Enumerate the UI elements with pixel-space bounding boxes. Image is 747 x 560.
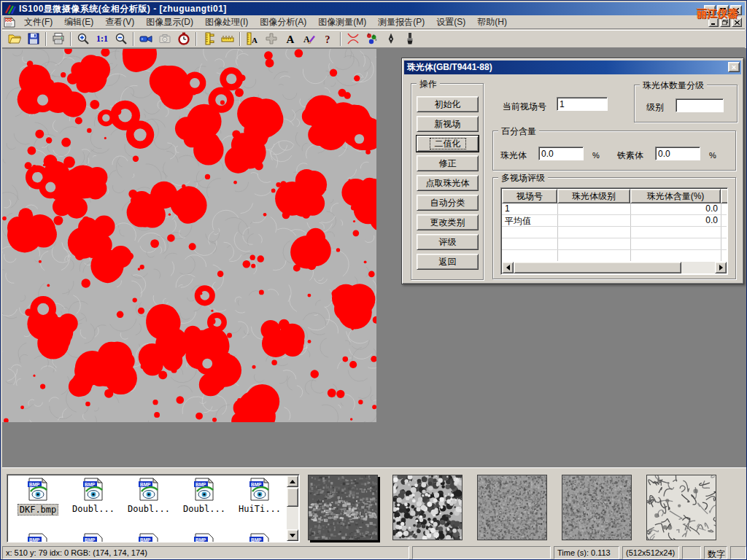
- video-camera-button[interactable]: [136, 31, 155, 47]
- menu-item-image-measure[interactable]: 图像测量(M): [312, 15, 372, 30]
- horizontal-ruler-button[interactable]: [218, 31, 237, 47]
- col-field-no[interactable]: 视场号: [502, 189, 557, 203]
- file-item[interactable]: BMP: [233, 533, 286, 542]
- child-restore-button[interactable]: [720, 18, 730, 27]
- close-button[interactable]: [730, 5, 742, 15]
- change-class-button[interactable]: 更改类别: [417, 214, 479, 230]
- ferrite-percent-sign: %: [709, 151, 716, 160]
- menu-item-settings[interactable]: 设置(S): [430, 15, 471, 30]
- timer-button[interactable]: [174, 31, 193, 47]
- child-close-button[interactable]: [732, 18, 742, 27]
- multi-field-table[interactable]: 视场号 珠光体级别 珠光体含量(%) 铁素体 1 0.0: [500, 187, 728, 275]
- thumbnail-3[interactable]: [477, 475, 547, 540]
- dialog-title-bar[interactable]: 珠光体(GB/T9441-88) ×: [404, 61, 741, 74]
- grade-button[interactable]: 评级: [417, 234, 479, 250]
- menu-item-measure-report[interactable]: 测量报告(P): [372, 15, 430, 30]
- file-name[interactable]: HuiTi...: [237, 504, 282, 514]
- maximize-button[interactable]: [717, 5, 729, 15]
- svg-text:BMP: BMP: [140, 482, 151, 487]
- horizontal-ruler-icon: [221, 32, 234, 45]
- svg-text:3: 3: [375, 38, 377, 42]
- binarize-button[interactable]: 二值化: [417, 136, 479, 152]
- file-item[interactable]: BMP Doubl...: [67, 478, 120, 514]
- file-item[interactable]: BMP: [12, 533, 64, 542]
- toolbar-separator: [133, 32, 134, 46]
- toolbar-separator: [196, 32, 197, 46]
- zoom-actual-button[interactable]: 1:1: [93, 31, 112, 47]
- col-pearlite-grade[interactable]: 珠光体级别: [557, 189, 630, 203]
- grade-input[interactable]: [676, 98, 724, 112]
- metallograph-image[interactable]: [2, 49, 376, 422]
- pen-tool-button[interactable]: [382, 31, 400, 47]
- col-pearlite-content[interactable]: 珠光体含量(%): [630, 189, 721, 203]
- help-button[interactable]: ?: [319, 31, 338, 47]
- status-empty-panel: [730, 546, 746, 559]
- table-row: [502, 250, 727, 261]
- file-item[interactable]: BMP: [123, 533, 175, 542]
- pearlite-percent-sign: %: [592, 151, 600, 160]
- menu-item-file[interactable]: 文件(F): [18, 15, 58, 30]
- file-item[interactable]: BMP: [67, 533, 120, 542]
- toolbar-separator: [239, 32, 241, 46]
- dialog-close-icon[interactable]: ×: [728, 62, 740, 72]
- menu-item-image-processing[interactable]: 图像处理(I): [199, 15, 254, 30]
- move-cross-button[interactable]: [262, 31, 281, 47]
- thumbnail-5[interactable]: [646, 475, 716, 540]
- scroll-down-icon[interactable]: [287, 529, 298, 541]
- menu-item-view[interactable]: 查看(V): [99, 15, 140, 30]
- file-item[interactable]: BMP Doubl...: [178, 478, 231, 514]
- svg-text:BMP: BMP: [196, 482, 206, 487]
- menu-item-edit[interactable]: 编辑(E): [58, 15, 99, 30]
- file-item[interactable]: BMP DKF.bmp: [12, 478, 64, 516]
- menu-item-image-display[interactable]: 图像显示(D): [140, 15, 199, 30]
- pick-pearlite-button[interactable]: 点取珠光体: [417, 175, 479, 191]
- scrollbar-thumb[interactable]: [514, 262, 681, 273]
- child-minimize-button[interactable]: [708, 18, 719, 27]
- file-item[interactable]: BMP: [178, 533, 231, 542]
- pearlite-percent-input[interactable]: [538, 147, 584, 160]
- new-field-button[interactable]: 新视场: [417, 116, 479, 132]
- file-name[interactable]: Doubl...: [126, 504, 171, 514]
- thumbnail-2[interactable]: [392, 475, 462, 540]
- ferrite-percent-input[interactable]: [655, 147, 700, 160]
- open-file-button[interactable]: [5, 31, 24, 47]
- zoom-in-button[interactable]: [74, 31, 93, 47]
- thumbnail-1[interactable]: [308, 475, 378, 540]
- snapshot-camera-button[interactable]: [155, 31, 174, 47]
- save-button[interactable]: [24, 31, 43, 47]
- menu-item-help[interactable]: 帮助(H): [471, 15, 513, 30]
- thumbnail-4[interactable]: [562, 475, 632, 540]
- text-style-button[interactable]: A: [300, 31, 319, 47]
- brush-tool-button[interactable]: [400, 31, 419, 47]
- class-markers-button[interactable]: 123: [363, 31, 382, 47]
- svg-text:BMP: BMP: [85, 482, 96, 487]
- menu-item-image-analysis[interactable]: 图像分析(A): [254, 15, 312, 30]
- file-name[interactable]: Doubl...: [182, 504, 227, 514]
- current-field-input[interactable]: [557, 97, 608, 111]
- file-name[interactable]: DKF.bmp: [18, 504, 59, 516]
- scroll-right-icon[interactable]: [715, 262, 727, 273]
- zoom-out-button[interactable]: [112, 31, 131, 47]
- curve-tool-button[interactable]: [344, 31, 363, 47]
- scroll-up-icon[interactable]: [287, 475, 298, 487]
- file-browser-scrollbar[interactable]: [287, 475, 298, 541]
- scrollbar-thumb[interactable]: [287, 488, 298, 507]
- file-item[interactable]: BMP HuiTi...: [233, 478, 286, 514]
- caliper-annotate-button[interactable]: A: [243, 31, 262, 47]
- minimize-button[interactable]: [704, 5, 716, 15]
- table-row[interactable]: 1 0.0: [502, 203, 727, 215]
- print-button[interactable]: [49, 31, 68, 47]
- table-row[interactable]: 平均值 0.0: [502, 215, 727, 227]
- file-name[interactable]: Doubl...: [71, 504, 116, 514]
- text-a-button[interactable]: A: [281, 31, 300, 47]
- table-horizontal-scrollbar[interactable]: [502, 262, 727, 273]
- vertical-caliper-button[interactable]: [199, 31, 218, 47]
- return-button[interactable]: 返回: [417, 254, 479, 270]
- correct-button[interactable]: 修正: [417, 155, 479, 171]
- scroll-left-icon[interactable]: [502, 262, 514, 273]
- col-ferrite[interactable]: 铁素体: [721, 189, 728, 203]
- init-button[interactable]: 初始化: [417, 96, 479, 112]
- file-item[interactable]: BMP Doubl...: [123, 478, 175, 514]
- auto-classify-button[interactable]: 自动分类: [417, 195, 479, 211]
- status-bar: x: 510 y: 79 idx: 0 RGB: (174, 174, 174)…: [2, 546, 746, 559]
